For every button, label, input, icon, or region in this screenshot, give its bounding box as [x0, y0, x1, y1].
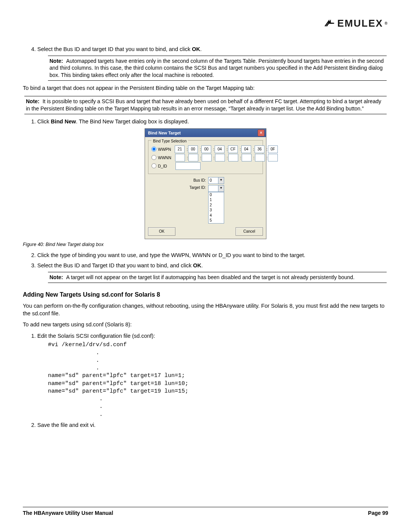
page-footer: The HBAnyware Utility User Manual Page 9…	[23, 507, 388, 517]
close-icon[interactable]: ×	[258, 129, 264, 136]
bind-new-intro: To bind a target that does not appear in…	[23, 85, 388, 92]
hex-4[interactable]	[228, 145, 238, 153]
bindnew-step-2: Click the type of binding you want to us…	[37, 252, 388, 259]
note-duplicate-target: Note: It is possible to specify a SCSI B…	[24, 96, 387, 114]
chevron-down-icon: ▼	[218, 185, 224, 192]
sdconf-step-1: Edit the Solaris SCSI configuration file…	[37, 332, 388, 419]
targetid-options[interactable]: 0 1 2 3 4 5	[208, 192, 224, 224]
hex-0[interactable]	[175, 145, 185, 153]
footer-page: Page 99	[368, 510, 388, 517]
footer-title: The HBAnyware Utility User Manual	[23, 510, 113, 517]
sdconf-step-2: Save the file and exit vi.	[37, 422, 388, 429]
sdconf-para2: To add new targets using sd.conf (Solari…	[23, 321, 388, 329]
radio-did[interactable]	[151, 163, 156, 168]
brand-text: EMULEX	[337, 17, 383, 30]
bindnew-step-1: Click Bind New. The Bind New Target dial…	[37, 118, 388, 126]
note-automap-disabled: Note: A target will not appear on the ta…	[48, 272, 387, 283]
hex-6[interactable]	[255, 145, 264, 153]
emulex-mark-icon	[324, 19, 335, 28]
bind-type-legend: Bind Type Selection	[151, 139, 188, 143]
sdconf-para1: You can perform on-the-fly configuration…	[23, 302, 388, 317]
figure-caption: Figure 40: Bind New Target dialog box	[23, 241, 388, 248]
dialog-title: Bind New Target	[148, 130, 181, 136]
step-4: Select the Bus ID and target ID that you…	[37, 46, 388, 81]
ok-button[interactable]: OK	[148, 227, 175, 236]
brand-logo: EMULEX®	[324, 17, 388, 30]
note-automapped: Note: Automapped targets have entries on…	[48, 56, 387, 81]
chevron-down-icon: ▼	[218, 177, 224, 184]
bind-new-target-dialog: Bind New Target × Bind Type Selection WW…	[145, 128, 266, 239]
radio-wwnn[interactable]	[151, 155, 156, 160]
did-field[interactable]	[175, 162, 201, 170]
sdconf-code: #vi /kernel/drv/sd.conf . . . name="sd" …	[48, 341, 388, 419]
hex-5[interactable]	[241, 145, 251, 153]
busid-label: Bus ID:	[187, 178, 206, 183]
busid-dropdown[interactable]: 0 ▼	[208, 177, 224, 184]
hex-3[interactable]	[215, 145, 225, 153]
hex-2[interactable]	[201, 145, 211, 153]
hex-1[interactable]	[188, 145, 198, 153]
cancel-button[interactable]: Cancel	[236, 227, 263, 236]
targetid-dropdown[interactable]: ▼	[208, 185, 224, 192]
targetid-label: Target ID:	[187, 185, 206, 190]
wwnn-hex-group: : : : : : : :	[175, 154, 279, 161]
bindnew-step-3: Select the Bus ID and Target ID that you…	[37, 262, 388, 283]
radio-wwpn[interactable]	[151, 147, 156, 152]
section-heading: Adding New Targets Using sd.conf for Sol…	[23, 291, 388, 299]
wwpn-hex-group: : : : : : : :	[175, 145, 279, 153]
hex-7[interactable]	[268, 145, 278, 153]
